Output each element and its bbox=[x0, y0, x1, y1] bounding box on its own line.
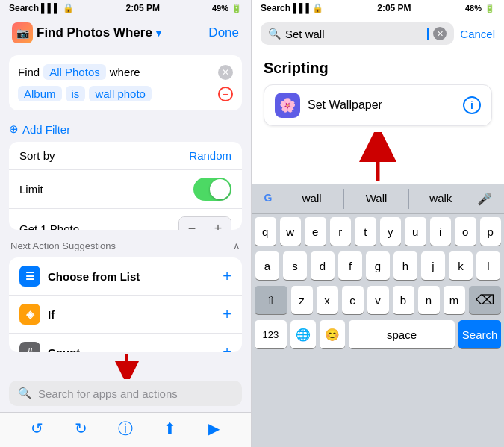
suggestion-walk[interactable]: walk bbox=[409, 189, 473, 209]
key-c[interactable]: c bbox=[342, 286, 364, 314]
add-filter-label[interactable]: Add Filter bbox=[22, 123, 70, 136]
key-u[interactable]: u bbox=[405, 217, 426, 246]
key-p[interactable]: p bbox=[480, 217, 502, 246]
search-bar-bottom[interactable]: 🔍 Search for apps and actions bbox=[9, 381, 242, 406]
key-g[interactable]: g bbox=[366, 251, 390, 280]
shortcuts-card: Find All Photos where ✕ Album is wall ph… bbox=[9, 55, 242, 110]
cancel-button[interactable]: Cancel bbox=[460, 28, 495, 40]
chevron-down-icon[interactable]: ▾ bbox=[156, 28, 161, 39]
search-icon-right: 🔍 bbox=[268, 28, 281, 40]
key-y[interactable]: y bbox=[380, 217, 402, 246]
count-icon: # bbox=[19, 342, 40, 352]
space-key[interactable]: space bbox=[349, 320, 455, 348]
add-choose-button[interactable]: + bbox=[223, 268, 231, 285]
chevron-up-icon[interactable]: ∧ bbox=[233, 240, 240, 251]
add-icon: ⊕ bbox=[9, 122, 19, 136]
battery-icon-left: 🔋 bbox=[231, 4, 242, 13]
close-icon[interactable]: ✕ bbox=[218, 65, 233, 80]
search-nav-right: 🔍 Set wall ✕ Cancel bbox=[252, 16, 504, 51]
search-input[interactable]: Set wall bbox=[285, 28, 423, 40]
key-z[interactable]: z bbox=[291, 286, 313, 314]
stepper-plus-button[interactable]: + bbox=[205, 217, 231, 230]
keyboard-row-2: a s d f g h j k l bbox=[255, 251, 501, 280]
key-o[interactable]: o bbox=[455, 217, 476, 246]
stepper-minus-button[interactable]: − bbox=[179, 217, 205, 230]
all-photos-tag[interactable]: All Photos bbox=[43, 64, 106, 80]
status-icons-left: 49% 🔋 bbox=[212, 4, 242, 13]
search-input-container[interactable]: 🔍 Set wall ✕ bbox=[261, 22, 454, 45]
suggestion-wall[interactable]: wall bbox=[280, 189, 343, 209]
globe-key[interactable]: 🌐 bbox=[290, 320, 316, 348]
toggle-knob bbox=[210, 179, 230, 199]
if-label: If bbox=[48, 308, 55, 321]
key-m[interactable]: m bbox=[444, 286, 465, 314]
key-e[interactable]: e bbox=[305, 217, 326, 246]
key-i[interactable]: i bbox=[430, 217, 452, 246]
key-s[interactable]: s bbox=[283, 251, 307, 280]
key-f[interactable]: f bbox=[338, 251, 362, 280]
list-item[interactable]: # Count + bbox=[9, 334, 242, 352]
sort-by-value[interactable]: Random bbox=[189, 149, 231, 162]
choose-from-list-label: Choose from List bbox=[48, 270, 140, 283]
info-button-wallpaper[interactable]: i bbox=[463, 96, 481, 114]
status-icons-right: 48% 🔋 bbox=[465, 4, 495, 13]
sort-by-label: Sort by bbox=[19, 149, 55, 162]
key-v[interactable]: v bbox=[367, 286, 389, 314]
google-icon: G bbox=[259, 189, 277, 207]
mic-icon[interactable]: 🎤 bbox=[473, 189, 497, 209]
wall-photo-tag[interactable]: wall photo bbox=[89, 86, 152, 101]
delete-key[interactable]: ⌫ bbox=[469, 286, 502, 314]
shift-key[interactable]: ⇧ bbox=[255, 286, 287, 314]
is-tag[interactable]: is bbox=[66, 86, 86, 101]
keyboard-row-4: 123 🌐 😊 space Search bbox=[255, 320, 501, 348]
status-bar-left: Search ▌▌▌ 🔒 2:05 PM 49% 🔋 bbox=[0, 0, 251, 16]
info-button[interactable]: ⓘ bbox=[116, 419, 135, 438]
suggestion-wall-cap[interactable]: Wall bbox=[343, 189, 408, 209]
key-q[interactable]: q bbox=[255, 217, 276, 246]
set-wallpaper-icon: 🌸 bbox=[275, 93, 300, 118]
list-item[interactable]: ◈ If + bbox=[9, 296, 242, 334]
key-w[interactable]: w bbox=[280, 217, 302, 246]
red-arrow-right-svg bbox=[340, 132, 415, 184]
add-count-button[interactable]: + bbox=[223, 344, 231, 352]
key-r[interactable]: r bbox=[330, 217, 352, 246]
next-actions-label: Next Action Suggestions bbox=[10, 240, 116, 251]
play-button[interactable]: ▶ bbox=[204, 419, 223, 438]
key-t[interactable]: t bbox=[355, 217, 376, 246]
search-bar-placeholder: Search for apps and actions bbox=[38, 387, 178, 400]
list-item[interactable]: ☰ Choose from List + bbox=[9, 257, 242, 296]
back-button[interactable]: ↺ bbox=[28, 419, 47, 438]
emoji-key[interactable]: 😊 bbox=[320, 320, 345, 348]
key-b[interactable]: b bbox=[393, 286, 414, 314]
action-list: ☰ Choose from List + ◈ If + # Count + bbox=[9, 257, 242, 352]
share-button[interactable]: ⬆ bbox=[160, 419, 179, 438]
forward-button[interactable]: ↻ bbox=[72, 419, 91, 438]
get-photo-row: Get 1 Photo − + bbox=[9, 209, 242, 230]
signal-icon: ▌▌▌ bbox=[41, 3, 60, 13]
numbers-key[interactable]: 123 bbox=[255, 320, 287, 348]
remove-filter-icon[interactable]: − bbox=[218, 87, 233, 101]
keyboard-row-1: q w e r t y u i o p bbox=[255, 217, 501, 246]
search-key[interactable]: Search bbox=[458, 320, 501, 348]
key-a[interactable]: a bbox=[255, 251, 279, 280]
status-bar-right: Search ▌▌▌🔒 2:05 PM 48% 🔋 bbox=[252, 0, 504, 16]
album-tag[interactable]: Album bbox=[18, 86, 62, 101]
battery-icon-right: 🔋 bbox=[485, 4, 495, 13]
nav-title-left: 📷 Find Photos Where ▾ bbox=[12, 22, 161, 43]
add-filter-row[interactable]: ⊕ Add Filter bbox=[0, 116, 251, 142]
count-label: Count bbox=[48, 346, 80, 352]
if-icon: ◈ bbox=[19, 304, 40, 325]
add-if-button[interactable]: + bbox=[223, 306, 231, 323]
tab-bar-left: ↺ ↻ ⓘ ⬆ ▶ bbox=[0, 412, 251, 447]
key-d[interactable]: d bbox=[311, 251, 335, 280]
key-j[interactable]: j bbox=[421, 251, 445, 280]
clear-search-button[interactable]: ✕ bbox=[433, 27, 447, 40]
done-button[interactable]: Done bbox=[208, 25, 239, 40]
key-k[interactable]: k bbox=[449, 251, 473, 280]
limit-toggle[interactable] bbox=[193, 178, 231, 201]
key-l[interactable]: l bbox=[476, 251, 500, 280]
key-n[interactable]: n bbox=[418, 286, 440, 314]
key-x[interactable]: x bbox=[317, 286, 338, 314]
set-wallpaper-card[interactable]: 🌸 Set Wallpaper i bbox=[264, 84, 492, 126]
key-h[interactable]: h bbox=[393, 251, 417, 280]
